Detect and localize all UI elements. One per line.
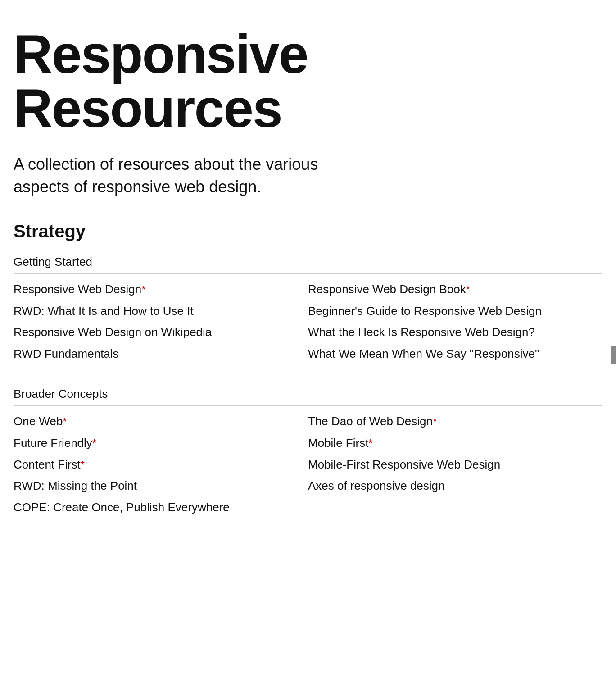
link-item[interactable]: Future Friendly* xyxy=(14,433,308,454)
link-item[interactable]: Responsive Web Design* xyxy=(14,279,308,300)
category-heading-broader-concepts: Broader Concepts xyxy=(14,387,602,406)
link-item[interactable]: Responsive Web Design on Wikipedia xyxy=(14,322,308,343)
link-item[interactable]: What the Heck Is Responsive Web Design? xyxy=(308,322,602,343)
link-item[interactable]: Axes of responsive design xyxy=(308,476,602,496)
link-item[interactable]: RWD Fundamentals xyxy=(14,344,308,364)
link-item[interactable]: COPE: Create Once, Publish Everywhere xyxy=(14,497,308,518)
starred-indicator: * xyxy=(466,283,470,296)
section-heading: Strategy xyxy=(14,221,602,241)
right_links-column-broader-concepts: The Dao of Web Design*Mobile First*Mobil… xyxy=(308,411,602,518)
right_links-column-getting-started: Responsive Web Design Book*Beginner's Gu… xyxy=(308,279,602,364)
starred-indicator: * xyxy=(81,459,85,471)
category-heading-getting-started: Getting Started xyxy=(14,255,602,274)
link-item[interactable]: Beginner's Guide to Responsive Web Desig… xyxy=(308,301,602,322)
link-item[interactable]: Responsive Web Design Book* xyxy=(308,279,602,300)
page-subtitle: A collection of resources about the vari… xyxy=(14,153,374,199)
starred-indicator: * xyxy=(63,415,67,428)
link-item[interactable]: Content First* xyxy=(14,455,308,475)
page-title: Responsive Resources xyxy=(14,27,602,135)
link-item[interactable]: The Dao of Web Design* xyxy=(308,411,602,432)
links-grid-broader-concepts: One Web*Future Friendly*Content First*RW… xyxy=(14,411,602,518)
starred-indicator: * xyxy=(368,437,372,449)
category-block-getting-started: Getting StartedResponsive Web Design*RWD… xyxy=(14,255,602,364)
starred-indicator: * xyxy=(141,283,145,296)
link-item[interactable]: Mobile-First Responsive Web Design xyxy=(308,455,602,475)
scrollbar[interactable] xyxy=(611,346,616,364)
link-item[interactable]: What We Mean When We Say "Responsive" xyxy=(308,344,602,364)
link-item[interactable]: RWD: What It Is and How to Use It xyxy=(14,301,308,322)
link-item[interactable]: One Web* xyxy=(14,411,308,432)
links-grid-getting-started: Responsive Web Design*RWD: What It Is an… xyxy=(14,279,602,364)
left_links-column-getting-started: Responsive Web Design*RWD: What It Is an… xyxy=(14,279,308,364)
categories-container: Getting StartedResponsive Web Design*RWD… xyxy=(14,255,602,518)
left_links-column-broader-concepts: One Web*Future Friendly*Content First*RW… xyxy=(14,411,308,518)
starred-indicator: * xyxy=(433,415,437,428)
starred-indicator: * xyxy=(92,437,96,449)
link-item[interactable]: Mobile First* xyxy=(308,433,602,454)
link-item[interactable]: RWD: Missing the Point xyxy=(14,476,308,496)
category-block-broader-concepts: Broader ConceptsOne Web*Future Friendly*… xyxy=(14,387,602,518)
